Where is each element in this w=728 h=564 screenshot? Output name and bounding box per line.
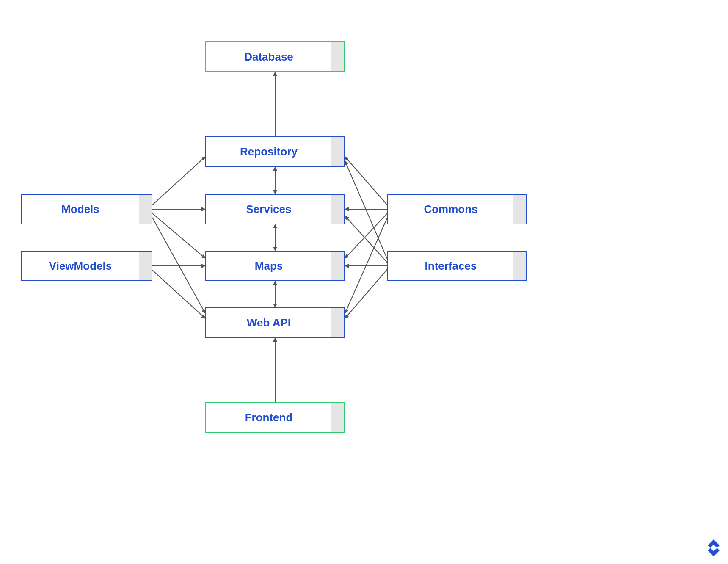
node-maps: Maps: [205, 251, 345, 281]
arrow-models-to-webapi: [152, 218, 205, 313]
node-frontend-label: Frontend: [245, 411, 293, 424]
node-side-tab: [331, 403, 344, 432]
arrow-interfaces-to-services: [345, 216, 387, 263]
node-viewmodels-label: ViewModels: [49, 260, 112, 273]
arrow-viewmodels-to-webapi: [152, 270, 205, 318]
node-services-label: Services: [246, 203, 292, 216]
node-side-tab: [331, 137, 344, 166]
toptal-logo-icon: [708, 539, 720, 556]
architecture-diagram: Database Repository Services Maps Web AP…: [0, 0, 728, 564]
node-side-tab: [331, 195, 344, 224]
node-repository-label: Repository: [240, 145, 298, 158]
node-maps-label: Maps: [255, 260, 283, 273]
arrows-layer: [0, 0, 728, 564]
node-interfaces: Interfaces: [387, 251, 527, 281]
node-interfaces-label: Interfaces: [425, 260, 477, 273]
node-side-tab: [139, 195, 152, 224]
node-frontend: Frontend: [205, 402, 345, 433]
node-repository: Repository: [205, 136, 345, 167]
node-viewmodels: ViewModels: [21, 251, 152, 281]
arrow-models-to-repository: [152, 157, 205, 205]
node-side-tab: [513, 195, 526, 224]
node-database-label: Database: [244, 50, 293, 64]
node-services: Services: [205, 194, 345, 224]
node-side-tab: [331, 308, 344, 337]
node-models: Models: [21, 194, 152, 224]
node-side-tab: [139, 252, 152, 280]
arrow-commons-to-repository: [345, 157, 387, 205]
node-side-tab: [513, 252, 526, 280]
arrow-models-to-maps: [152, 213, 205, 258]
arrow-interfaces-to-webapi: [345, 269, 387, 318]
node-webapi: Web API: [205, 307, 345, 338]
node-side-tab: [331, 42, 344, 71]
node-webapi-label: Web API: [247, 316, 291, 329]
node-commons: Commons: [387, 194, 527, 224]
arrow-commons-to-maps: [345, 213, 387, 258]
node-side-tab: [331, 252, 344, 280]
arrow-interfaces-to-repository: [345, 161, 387, 259]
node-commons-label: Commons: [424, 203, 477, 216]
arrow-commons-to-webapi: [345, 218, 387, 313]
node-models-label: Models: [61, 203, 99, 216]
node-database: Database: [205, 41, 345, 72]
